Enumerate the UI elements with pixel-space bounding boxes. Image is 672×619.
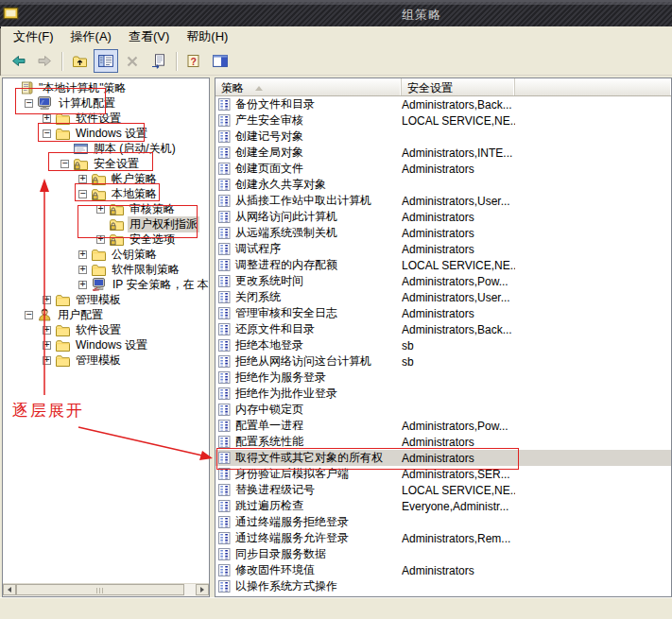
expand-icon[interactable]: + — [78, 281, 87, 289]
expand-icon[interactable]: + — [78, 175, 87, 183]
tree-item-label[interactable]: 用户配置 — [56, 307, 105, 323]
policy-cell[interactable]: 拒绝作为服务登录 — [215, 370, 402, 386]
up-folder-button[interactable] — [67, 49, 92, 73]
tree-item[interactable]: −计算机配置 — [3, 95, 209, 111]
tree-item-label[interactable]: IP 安全策略，在 本地计 — [111, 277, 209, 293]
back-button[interactable] — [6, 49, 30, 73]
tree-item[interactable]: +软件设置 — [3, 322, 209, 337]
table-row[interactable]: 更改系统时间Administrators,Pow... — [215, 273, 671, 289]
tree-item-label[interactable]: 计算机配置 — [57, 95, 117, 112]
scroll-right-button[interactable] — [196, 584, 209, 595]
policy-cell[interactable]: 从远端系统强制关机 — [215, 225, 402, 241]
policy-cell[interactable]: 通过终端服务允许登录 — [215, 530, 402, 546]
policy-cell[interactable]: 配置系统性能 — [215, 434, 402, 450]
table-row[interactable]: 同步目录服务数据 — [215, 546, 671, 562]
table-row[interactable]: 配置系统性能Administrators — [215, 434, 671, 450]
policy-cell[interactable]: 内存中锁定页 — [215, 402, 402, 418]
scrollbar-thumb[interactable] — [16, 584, 184, 595]
table-row[interactable]: 管理审核和安全日志Administrators — [215, 305, 671, 321]
policy-cell[interactable]: 从插接工作站中取出计算机 — [215, 193, 402, 209]
table-row[interactable]: 从远端系统强制关机Administrators — [215, 225, 671, 241]
expand-icon[interactable]: + — [43, 326, 51, 335]
table-row[interactable]: 通过终端服务允许登录Administrators,Rem... — [215, 530, 671, 546]
expand-icon[interactable]: + — [96, 235, 105, 244]
policy-cell[interactable]: 通过终端服务拒绝登录 — [215, 514, 402, 530]
table-row[interactable]: 通过终端服务拒绝登录 — [215, 514, 671, 530]
table-row[interactable]: 跳过遍历检查Everyone,Administr... — [215, 498, 671, 514]
tree-item[interactable]: +审核策略 — [3, 201, 209, 216]
table-row[interactable]: 修改固件环境值Administrators — [215, 562, 671, 578]
table-row[interactable]: 以操作系统方式操作 — [215, 578, 671, 594]
tree-item-label[interactable]: 本地策略 — [110, 186, 159, 202]
tree-item-label[interactable]: 公钥策略 — [110, 247, 159, 263]
table-row[interactable]: 创建记号对象 — [215, 129, 671, 145]
menu-item-1[interactable]: 操作(A) — [62, 26, 120, 48]
tree-item[interactable]: +Windows 设置 — [3, 337, 209, 352]
table-row[interactable]: 从网络访问此计算机Administrators — [215, 209, 671, 225]
new-window-button[interactable] — [208, 49, 233, 73]
column-header-security-setting[interactable]: 安全设置 — [402, 78, 515, 95]
tree-item-label[interactable]: 用户权利指派 — [128, 216, 199, 232]
tree-item[interactable]: +软件设置 — [3, 111, 209, 126]
collapse-icon[interactable]: − — [60, 160, 69, 168]
menu-item-0[interactable]: 文件(F) — [5, 26, 62, 48]
table-row[interactable]: 创建全局对象Administrators,INTE... — [215, 145, 671, 161]
policy-cell[interactable]: 拒绝从网络访问这台计算机 — [215, 353, 402, 370]
tree-item-label[interactable]: 脚本 (启动/关机) — [92, 141, 178, 157]
policy-cell[interactable]: 替换进程级记号 — [215, 482, 402, 498]
tree-item-label[interactable]: 帐户策略 — [110, 171, 159, 187]
policy-cell[interactable]: 以操作系统方式操作 — [215, 578, 402, 594]
tree-item-label[interactable]: "本地计算机"策略 — [37, 80, 129, 96]
table-row[interactable]: 内存中锁定页 — [215, 402, 671, 418]
tree-item[interactable]: +管理模板 — [3, 352, 209, 368]
table-row[interactable]: 取得文件或其它对象的所有权Administrators — [215, 450, 671, 466]
table-row[interactable]: 身份验证后模拟客户端Administrators,SER... — [215, 466, 671, 482]
table-row[interactable]: 创建页面文件Administrators — [215, 161, 671, 177]
expand-icon[interactable]: + — [78, 250, 87, 259]
tree-item-label[interactable]: 软件限制策略 — [110, 262, 181, 278]
scroll-left-button[interactable] — [3, 584, 16, 595]
tree-item[interactable]: −安全设置 — [3, 156, 209, 171]
tree-item[interactable]: +公钥策略 — [3, 247, 209, 262]
expand-icon[interactable]: + — [43, 341, 51, 350]
table-row[interactable]: 还原文件和目录Administrators,Back... — [215, 321, 671, 337]
tree-item-label[interactable]: 审核策略 — [128, 201, 177, 217]
table-row[interactable]: 拒绝从网络访问这台计算机sb — [215, 353, 671, 370]
tree-item-label[interactable]: Windows 设置 — [74, 126, 149, 142]
tree-item-label[interactable]: 安全设置 — [92, 156, 141, 172]
table-row[interactable]: 拒绝作为服务登录 — [215, 370, 671, 386]
title-bar[interactable]: 组策略 — [0, 0, 672, 28]
menu-item-2[interactable]: 查看(V) — [120, 26, 178, 48]
policy-cell[interactable]: 跳过遍历检查 — [215, 498, 402, 514]
column-header-policy[interactable]: 策略 — [215, 78, 402, 95]
collapse-icon[interactable]: − — [25, 99, 33, 108]
table-row[interactable]: 拒绝作为批作业登录 — [215, 386, 671, 402]
menu-item-3[interactable]: 帮助(H) — [178, 26, 236, 48]
export-list-button[interactable] — [146, 49, 171, 73]
policy-cell[interactable]: 创建永久共享对象 — [215, 177, 402, 193]
policy-cell[interactable]: 还原文件和目录 — [215, 321, 402, 337]
table-row[interactable]: 从插接工作站中取出计算机Administrators,User... — [215, 193, 671, 209]
tree-item[interactable]: +安全选项 — [3, 232, 209, 247]
horizontal-scrollbar[interactable] — [3, 583, 209, 596]
table-row[interactable]: 拒绝本地登录sb — [215, 337, 671, 353]
tree-item-label[interactable]: 安全选项 — [128, 232, 177, 248]
collapse-icon[interactable]: − — [25, 311, 33, 319]
policy-cell[interactable]: 产生安全审核 — [215, 112, 402, 129]
policy-cell[interactable]: 调整进程的内存配额 — [215, 257, 402, 273]
collapse-icon[interactable]: − — [43, 129, 51, 138]
tree-item[interactable]: −用户配置 — [3, 307, 209, 322]
policy-cell[interactable]: 身份验证后模拟客户端 — [215, 466, 402, 482]
policy-cell[interactable]: 同步目录服务数据 — [215, 546, 402, 562]
expand-icon[interactable]: + — [43, 114, 51, 123]
tree-item-label[interactable]: Windows 设置 — [74, 337, 149, 353]
expand-icon[interactable]: + — [78, 266, 87, 274]
collapse-icon[interactable]: − — [78, 190, 87, 198]
tree-item[interactable]: +IP 安全策略，在 本地计 — [3, 277, 209, 292]
policy-cell[interactable]: 管理审核和安全日志 — [215, 305, 402, 321]
policy-cell[interactable]: 调试程序 — [215, 241, 402, 257]
help-button[interactable]: ? — [181, 49, 206, 73]
policy-cell[interactable]: 创建页面文件 — [215, 161, 402, 177]
policy-cell[interactable]: 备份文件和目录 — [215, 96, 402, 112]
expand-icon[interactable]: + — [96, 205, 105, 214]
